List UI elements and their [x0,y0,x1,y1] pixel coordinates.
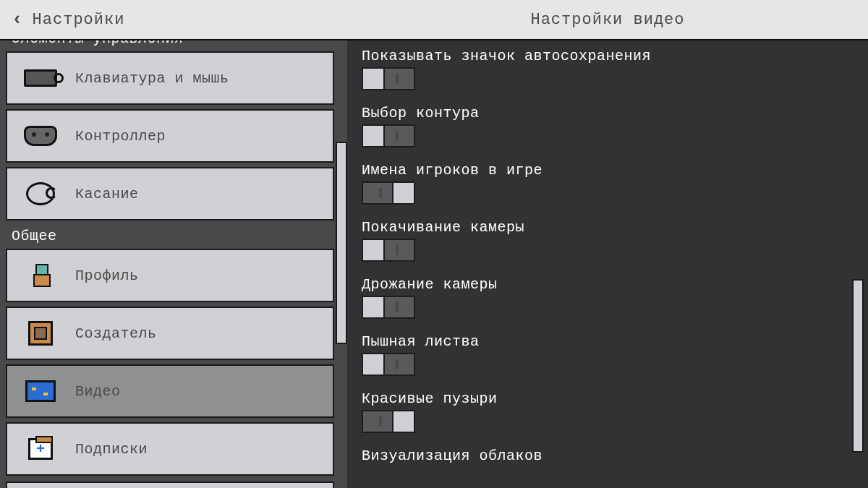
option-label: Выбор контура [362,105,832,121]
option-player-names: Имена игроков в игре [362,162,832,213]
sidebar-item-next[interactable] [6,481,334,488]
page-title: Настройки видео [347,11,868,29]
option-cloud-rendering: Визуализация облаков [362,448,832,464]
toggle-outline-selection[interactable] [362,124,415,147]
sidebar-heading-controls: Элементы управления [6,40,334,51]
back-button[interactable]: ‹ Настройки [12,9,124,30]
toggle-fancy-bubbles[interactable] [362,410,415,433]
content-scrollbar[interactable] [852,279,864,474]
sidebar-item-label: Создатель [75,325,157,342]
toggle-fancy-leaves[interactable] [362,353,415,376]
toggle-camera-bobbing[interactable] [362,239,415,262]
option-autosave-icon: Показывать значок автосохранения [362,48,832,99]
controller-icon [20,120,61,152]
sidebar-item-label: Профиль [75,267,139,284]
sidebar-item-creator[interactable]: Создатель [6,307,334,360]
option-label: Визуализация облаков [362,448,832,464]
subscriptions-icon [20,433,61,465]
sidebar: Элементы управления Клавиатура и мышь Ко… [0,40,347,488]
option-label: Покачивание камеры [362,219,832,236]
option-fancy-leaves: Пышная листва [362,333,832,385]
toggle-player-names[interactable] [362,181,415,205]
profile-icon [20,260,61,291]
option-label: Пышная листва [362,333,832,350]
toggle-autosave-icon[interactable] [362,67,415,90]
option-camera-shake: Дрожание камеры [362,276,832,328]
content-panel: Показывать значок автосохранения Выбор к… [347,40,868,488]
touch-icon [20,178,61,210]
chevron-left-icon: ‹ [12,9,24,30]
option-label: Показывать значок автосохранения [362,48,832,64]
sidebar-item-controller[interactable]: Контроллер [6,109,334,163]
sidebar-heading-general: Общее [6,225,334,249]
sidebar-item-subscriptions[interactable]: Подписки [6,422,334,476]
sidebar-item-label: Клавиатура и мышь [75,70,229,87]
video-icon [20,375,61,407]
back-label: Настройки [33,11,125,29]
sidebar-item-label: Видео [75,383,121,400]
sidebar-item-label: Контроллер [75,128,166,145]
sidebar-scroll-thumb[interactable] [336,142,347,344]
toggle-camera-shake[interactable] [362,296,415,319]
option-camera-bobbing: Покачивание камеры [362,219,832,270]
content-scroll-thumb[interactable] [852,279,864,453]
sidebar-item-label: Касание [75,186,139,202]
keyboard-icon [20,62,61,94]
header-bar: ‹ Настройки Настройки видео [0,0,868,40]
sidebar-item-keyboard-mouse[interactable]: Клавиатура и мышь [6,51,334,105]
sidebar-item-profile[interactable]: Профиль [6,249,334,302]
sidebar-item-label: Подписки [75,441,148,458]
option-label: Красивые пузыри [362,390,832,407]
creator-icon [20,317,61,349]
option-outline-selection: Выбор контура [362,105,832,156]
option-label: Имена игроков в игре [362,162,832,179]
sidebar-item-video[interactable]: Видео [6,364,334,418]
option-fancy-bubbles: Красивые пузыри [362,390,832,442]
option-label: Дрожание камеры [362,276,832,293]
sidebar-scrollbar[interactable] [336,142,347,460]
sidebar-item-touch[interactable]: Касание [6,167,334,221]
